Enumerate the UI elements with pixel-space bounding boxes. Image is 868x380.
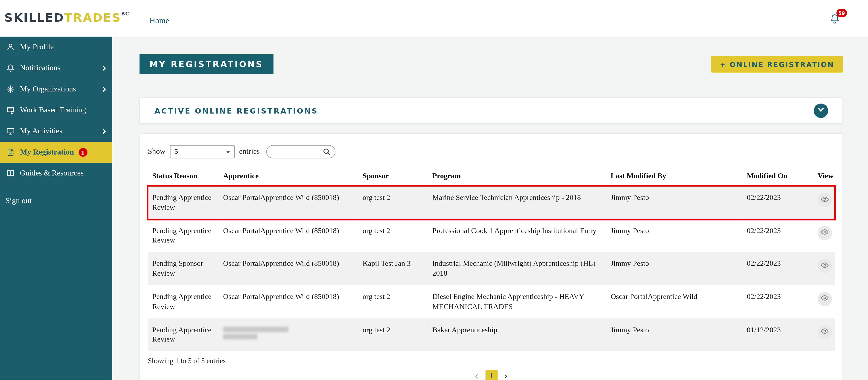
cell-status: Pending Apprentice Review: [148, 219, 219, 252]
registrations-table-card: Show 5 entries: [140, 133, 843, 380]
cell-program: Marine Service Technician Apprenticeship…: [428, 186, 606, 219]
pagination-page-1[interactable]: 1: [485, 370, 497, 380]
sidebar-item-my-registration[interactable]: My Registration 1: [0, 142, 112, 163]
cell-modified-on: 02/22/2023: [742, 186, 813, 219]
registration-icon: [5, 148, 15, 157]
col-status-reason: Status Reason: [148, 167, 219, 186]
cell-view: [813, 252, 835, 285]
table-row: Pending Apprentice ReviewOscar PortalApp…: [148, 285, 835, 318]
table-header-row: Status Reason Apprentice Sponsor Program…: [148, 167, 835, 186]
cell-program: Diesel Engine Mechanic Apprenticeship - …: [428, 285, 606, 318]
sidebar-item-my-profile[interactable]: My Profile: [0, 37, 112, 58]
sidebar-item-label: My Activities: [20, 127, 62, 136]
cell-apprentice: Oscar PortalApprentice Wild (850018): [219, 285, 358, 318]
cell-status: Pending Apprentice Review: [148, 186, 219, 219]
view-button[interactable]: [817, 193, 832, 207]
sidebar-item-work-based-training[interactable]: Work Based Training: [0, 100, 112, 121]
panel-title: ACTIVE ONLINE REGISTRATIONS: [154, 106, 318, 115]
activities-icon: [5, 126, 15, 136]
sidebar-item-label: Work Based Training: [20, 106, 86, 114]
pagination: ‹ 1 ›: [148, 370, 835, 380]
table-body: Pending Apprentice ReviewOscar PortalApp…: [148, 186, 835, 351]
pagination-next-button[interactable]: ›: [504, 371, 508, 380]
search-icon: [323, 148, 331, 156]
cell-modified-by: Jimmy Pesto: [606, 252, 742, 285]
app: SKILLEDTRADESBC Home 59 My Profile Notif…: [0, 0, 868, 380]
col-program: Program: [428, 167, 606, 186]
cell-program: Baker Apprenticeship: [428, 318, 606, 351]
sidebar-item-notifications[interactable]: Notifications: [0, 58, 112, 79]
online-registration-button[interactable]: + ONLINE REGISTRATION: [711, 56, 843, 72]
cell-view: [813, 219, 835, 252]
caret-down-icon: [226, 150, 230, 153]
organization-icon: [5, 85, 15, 94]
registrations-table: Status Reason Apprentice Sponsor Program…: [148, 167, 835, 351]
brand-part2: TRADES: [64, 11, 121, 24]
redacted-text: [223, 334, 257, 339]
showing-entries-text: Showing 1 to 5 of 5 entries: [148, 357, 835, 366]
table-controls: Show 5 entries: [148, 145, 835, 158]
sidebar-item-my-activities[interactable]: My Activities: [0, 121, 112, 142]
sidebar-item-label: My Organizations: [20, 85, 76, 93]
eye-icon: [820, 228, 829, 238]
brand-suffix: BC: [121, 11, 129, 17]
cell-sponsor: org test 2: [358, 285, 428, 318]
table-row: Pending Apprentice ReviewOscar PortalApp…: [148, 219, 835, 252]
table-row: Pending Apprentice ReviewOscar PortalApp…: [148, 186, 835, 219]
cell-modified-on: 01/12/2023: [742, 318, 813, 351]
cell-modified-on: 02/22/2023: [742, 285, 813, 318]
pagination-prev-button[interactable]: ‹: [474, 371, 478, 380]
registration-count-badge: 1: [78, 148, 87, 156]
table-row: Pending Apprentice Revieworg test 2Baker…: [148, 318, 835, 351]
show-label: Show: [148, 147, 165, 156]
eye-icon: [820, 327, 829, 338]
sidebar-item-label: My Profile: [20, 42, 54, 51]
cell-modified-by: Oscar PortalApprentice Wild: [606, 285, 742, 318]
cell-status: Pending Sponsor Review: [148, 252, 219, 285]
cell-sponsor: org test 2: [358, 219, 428, 252]
bell-icon: [829, 17, 840, 26]
cell-apprentice: Oscar PortalApprentice Wild (850018): [219, 252, 358, 285]
redacted-text: [223, 326, 288, 332]
sidebar-item-label: Guides & Resources: [20, 169, 84, 178]
view-button[interactable]: [817, 259, 832, 273]
cell-modified-by: Jimmy Pesto: [606, 186, 742, 219]
cell-program: Professional Cook 1 Apprenticeship Insti…: [428, 219, 606, 252]
eye-icon: [820, 294, 829, 304]
collapse-panel-button[interactable]: [814, 103, 828, 118]
main-content: MY REGISTRATIONS + ONLINE REGISTRATION A…: [112, 37, 868, 380]
chevron-right-icon: [101, 65, 107, 71]
view-button[interactable]: [817, 325, 832, 339]
cell-status: Pending Apprentice Review: [148, 285, 219, 318]
cell-sponsor: org test 2: [358, 186, 428, 219]
cell-modified-on: 02/22/2023: [742, 219, 813, 252]
topbar: SKILLEDTRADESBC Home 59: [0, 0, 868, 37]
entries-select[interactable]: 5: [170, 145, 235, 158]
col-apprentice: Apprentice: [219, 167, 358, 186]
cell-program: Industrial Mechanic (Millwright) Apprent…: [428, 252, 606, 285]
notifications-bell[interactable]: 59: [829, 13, 843, 27]
view-button[interactable]: [817, 292, 832, 306]
home-link[interactable]: Home: [149, 16, 169, 26]
view-button[interactable]: [817, 226, 832, 240]
sidebar: My Profile Notifications My Organization…: [0, 37, 112, 380]
col-last-modified-by: Last Modified By: [606, 167, 742, 186]
cell-apprentice: Oscar PortalApprentice Wild (850018): [219, 219, 358, 252]
brand-part1: SKILLED: [4, 11, 64, 24]
sidebar-item-label: My Registration: [20, 148, 74, 156]
col-view: View: [813, 167, 835, 186]
cell-view: [813, 318, 835, 351]
chevron-right-icon: [101, 128, 107, 134]
col-sponsor: Sponsor: [358, 167, 428, 186]
cell-sponsor: org test 2: [358, 318, 428, 351]
cell-modified-on: 02/22/2023: [742, 252, 813, 285]
entries-select-value: 5: [174, 147, 178, 156]
sidebar-item-my-organizations[interactable]: My Organizations: [0, 79, 112, 99]
cell-apprentice: Oscar PortalApprentice Wild (850018): [219, 186, 358, 219]
brand-logo: SKILLEDTRADESBC: [4, 11, 129, 24]
sign-out-link[interactable]: Sign out: [0, 192, 112, 210]
sidebar-item-guides-resources[interactable]: Guides & Resources: [0, 163, 112, 184]
chevron-right-icon: [101, 86, 107, 92]
eye-icon: [820, 261, 829, 271]
table-row: Pending Sponsor ReviewOscar PortalAppren…: [148, 252, 835, 285]
